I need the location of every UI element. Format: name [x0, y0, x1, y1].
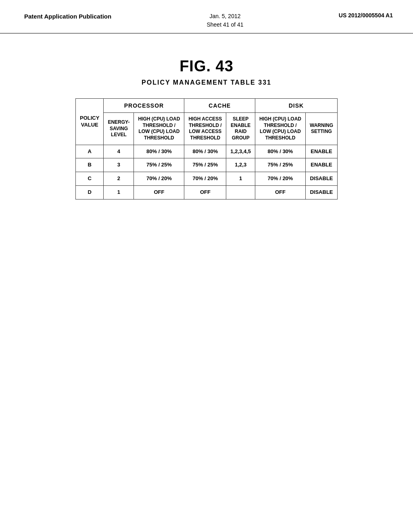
sleep-group-c: 1 [226, 172, 255, 186]
policy-c: C [76, 172, 104, 186]
sleep-group-header: SLEEPENABLERAIDGROUP [226, 113, 255, 145]
cache-threshold-b: 75% / 25% [184, 158, 226, 172]
policy-b: B [76, 158, 104, 172]
proc-threshold-a: 80% / 30% [134, 145, 184, 158]
header-sheet: Sheet 41 of 41 [206, 21, 243, 28]
energy-saving-header: ENERGY-SAVINGLEVEL [104, 113, 134, 145]
table-row: D 1 OFF OFF OFF DISABLE [76, 186, 338, 200]
policy-table-container: POLICYVALUE PROCESSOR CACHE DISK ENERGY-… [0, 98, 413, 200]
warning-b: ENABLE [305, 158, 337, 172]
sub-header-row: ENERGY-SAVINGLEVEL HIGH (CPU) LOADTHRESH… [76, 113, 338, 145]
disk-threshold-d: OFF [255, 186, 305, 200]
disk-group-header: DISK [255, 99, 337, 113]
header-left-label: Patent Application Publication [24, 12, 111, 21]
page-header: Patent Application Publication Jan. 5, 2… [0, 0, 413, 33]
table-row: A 4 80% / 30% 80% / 30% 1,2,3,4,5 80% / … [76, 145, 338, 158]
processor-group-header: PROCESSOR [104, 99, 184, 113]
warning-header: WARNINGSETTING [305, 113, 337, 145]
policy-a: A [76, 145, 104, 158]
header-date: Jan. 5, 2012 [209, 13, 240, 19]
proc-threshold-c: 70% / 20% [134, 172, 184, 186]
proc-threshold-b: 75% / 25% [134, 158, 184, 172]
energy-level-a: 4 [104, 145, 134, 158]
cache-threshold-c: 70% / 20% [184, 172, 226, 186]
cache-group-header: CACHE [184, 99, 255, 113]
group-header-row: POLICYVALUE PROCESSOR CACHE DISK [76, 99, 338, 113]
sleep-group-d [226, 186, 255, 200]
sleep-group-a: 1,2,3,4,5 [226, 145, 255, 158]
disk-threshold-b: 75% / 25% [255, 158, 305, 172]
warning-a: ENABLE [305, 145, 337, 158]
sleep-group-b: 1,2,3 [226, 158, 255, 172]
disk-threshold-a: 80% / 30% [255, 145, 305, 158]
proc-threshold-header: HIGH (CPU) LOADTHRESHOLD /LOW (CPU) LOAD… [134, 113, 184, 145]
disk-threshold-c: 70% / 20% [255, 172, 305, 186]
cache-threshold-d: OFF [184, 186, 226, 200]
policy-value-header: POLICYVALUE [76, 99, 104, 145]
policy-d: D [76, 186, 104, 200]
table-row: C 2 70% / 20% 70% / 20% 1 70% / 20% DISA… [76, 172, 338, 186]
cache-threshold-header: HIGH ACCESSTHRESHOLD /LOW ACCESSTHRESHOL… [184, 113, 226, 145]
energy-level-b: 3 [104, 158, 134, 172]
table-row: B 3 75% / 25% 75% / 25% 1,2,3 75% / 25% … [76, 158, 338, 172]
energy-level-d: 1 [104, 186, 134, 200]
figure-title: FIG. 43 [0, 58, 413, 75]
header-right-patent: US 2012/0005504 A1 [339, 12, 393, 19]
header-center: Jan. 5, 2012 Sheet 41 of 41 [206, 12, 243, 29]
energy-level-c: 2 [104, 172, 134, 186]
cache-threshold-a: 80% / 30% [184, 145, 226, 158]
disk-threshold-header: HIGH (CPU) LOADTHRESHOLD /LOW (CPU) LOAD… [255, 113, 305, 145]
warning-c: DISABLE [305, 172, 337, 186]
table-title: POLICY MANAGEMENT TABLE 331 [0, 79, 413, 86]
proc-threshold-d: OFF [134, 186, 184, 200]
policy-management-table: POLICYVALUE PROCESSOR CACHE DISK ENERGY-… [75, 98, 338, 200]
warning-d: DISABLE [305, 186, 337, 200]
